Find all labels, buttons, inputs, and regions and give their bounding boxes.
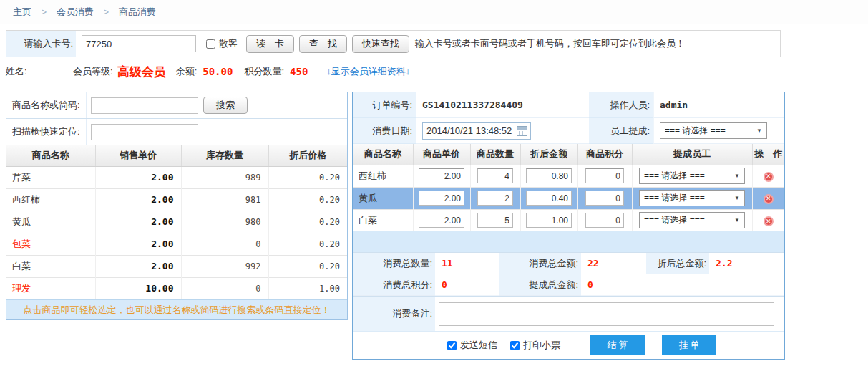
card-number-label: 请输入卡号:: [6, 31, 76, 57]
summary-empty-cell: [646, 274, 784, 296]
item-price-input[interactable]: [419, 191, 464, 206]
print-receipt-checkbox[interactable]: [510, 341, 520, 350]
order-item-cell: [413, 165, 470, 187]
product-table: 商品名称销售单价库存数量折后价格 芹菜2.009890.20西红柿2.00981…: [6, 145, 347, 299]
product-search-button[interactable]: 搜索: [203, 97, 248, 114]
order-item-row[interactable]: 白菜=== 请选择 ===▼✕: [353, 209, 784, 231]
hold-order-button[interactable]: 挂单: [662, 335, 716, 355]
send-sms-checkbox[interactable]: [447, 341, 457, 350]
order-items-table: 商品名称商品单价商品数量折后金额商品积分提成员工操 作 西红柿=== 请选择 =…: [353, 144, 784, 231]
total-points-value: 0: [435, 274, 499, 296]
order-number-value: GS1410211337284409: [416, 92, 589, 118]
order-item-cell: ✕: [752, 187, 784, 209]
product-row[interactable]: 包菜2.0000.20: [6, 233, 347, 255]
product-cell: 黄瓜: [6, 211, 95, 233]
item-amount-input[interactable]: [526, 191, 572, 206]
product-cell: 2.00: [95, 211, 181, 233]
spacer-band: [353, 231, 784, 252]
breadcrumb-product-consume[interactable]: 商品消费: [119, 6, 156, 19]
product-row[interactable]: 西红柿2.009810.20: [6, 188, 347, 211]
order-column-header: 商品积分: [577, 144, 632, 165]
scan-locate-input[interactable]: [91, 124, 198, 140]
product-search-input[interactable]: [91, 97, 198, 114]
staff-commission-select-value: === 请选择 ===: [665, 125, 726, 137]
total-points-label: 消费总积分:: [353, 274, 435, 296]
product-cell: 芹菜: [6, 166, 95, 188]
product-row[interactable]: 芹菜2.009890.20: [6, 166, 347, 188]
breadcrumb-separator-icon: >: [104, 7, 109, 17]
delete-item-icon[interactable]: ✕: [764, 172, 774, 182]
item-points-input[interactable]: [585, 213, 624, 228]
product-row[interactable]: 理发10.0001.00: [6, 277, 347, 299]
order-item-cell: [577, 187, 632, 209]
chevron-down-icon: ▼: [756, 127, 762, 134]
item-price-input[interactable]: [419, 168, 464, 183]
item-amount-input[interactable]: [526, 168, 572, 183]
product-row[interactable]: 黄瓜2.009800.20: [6, 211, 347, 233]
order-item-name: 西红柿: [353, 165, 413, 187]
item-qty-input[interactable]: [477, 213, 513, 228]
order-item-name: 黄瓜: [353, 187, 413, 209]
product-tip-text: 点击商品即可轻松选定，也可以通过名称或简码进行搜索或条码直接定位！: [6, 299, 347, 319]
operator-label: 操作人员:: [589, 92, 653, 118]
read-card-button[interactable]: 读 卡: [246, 35, 294, 53]
member-info-bar: 姓名: 会员等级: 高级会员 余额: 50.00 积分数量: 450 ↓显示会员…: [6, 62, 782, 82]
guest-label: 散客: [219, 37, 238, 50]
item-staff-select[interactable]: === 请选择 ===▼: [639, 212, 745, 228]
order-panel: 订单编号: GS1410211337284409 操作人员: admin 消费日…: [352, 92, 785, 360]
delete-item-icon[interactable]: ✕: [764, 194, 774, 204]
order-item-name: 白菜: [353, 209, 413, 231]
guest-checkbox[interactable]: [206, 39, 215, 49]
order-item-row[interactable]: 黄瓜=== 请选择 ===▼✕: [353, 187, 784, 209]
total-commission-label: 提成总金额:: [499, 274, 581, 296]
staff-commission-select[interactable]: === 请选择 === ▼: [660, 122, 767, 139]
order-item-row[interactable]: 西红柿=== 请选择 ===▼✕: [353, 165, 784, 187]
member-detail-link[interactable]: ↓显示会员详细资料↓: [326, 65, 410, 78]
product-table-header: 商品名称销售单价库存数量折后价格: [6, 145, 347, 166]
scan-locate-row: 扫描枪快速定位:: [6, 119, 347, 145]
product-row[interactable]: 白菜2.009920.20: [6, 255, 347, 277]
item-points-input[interactable]: [585, 168, 624, 183]
total-discount-label: 折后总金额:: [646, 253, 709, 274]
product-cell: 0.20: [268, 211, 347, 233]
staff-commission-label: 员工提成:: [589, 118, 653, 144]
product-cell: 992: [181, 255, 268, 277]
product-cell: 2.00: [95, 233, 181, 255]
product-column-header: 销售单价: [95, 145, 181, 166]
quick-find-button[interactable]: 快速查找: [352, 35, 409, 53]
breadcrumb-home[interactable]: 主页: [13, 6, 31, 19]
total-amount-value: 22: [581, 253, 646, 274]
scan-locate-label: 扫描枪快速定位:: [6, 119, 87, 145]
balance-value: 50.00: [203, 66, 233, 77]
action-row: 发送短信 打印小票 结算 挂单: [353, 331, 784, 359]
member-name-label: 姓名:: [6, 65, 49, 78]
consume-date-input[interactable]: [422, 122, 531, 140]
product-cell: 0: [181, 233, 268, 255]
chevron-down-icon: ▼: [734, 195, 740, 201]
order-item-cell: [470, 165, 520, 187]
delete-item-icon[interactable]: ✕: [764, 216, 774, 226]
breadcrumb-separator-icon: >: [42, 7, 47, 17]
item-staff-select[interactable]: === 请选择 ===▼: [639, 190, 745, 206]
product-cell: 989: [181, 166, 268, 188]
find-button[interactable]: 查 找: [299, 35, 347, 53]
product-cell: 2.00: [95, 255, 181, 277]
breadcrumb: 主页 > 会员消费 > 商品消费: [0, 0, 868, 24]
settle-button[interactable]: 结算: [590, 335, 645, 355]
total-amount-label: 消费总金额:: [499, 253, 581, 274]
item-price-input[interactable]: [419, 213, 464, 228]
item-amount-input[interactable]: [526, 213, 572, 228]
item-staff-select[interactable]: === 请选择 ===▼: [639, 168, 745, 184]
item-qty-input[interactable]: [477, 191, 513, 206]
item-points-input[interactable]: [585, 191, 624, 206]
points-value: 450: [290, 66, 308, 77]
calendar-icon[interactable]: [517, 126, 527, 136]
product-cell: 西红柿: [6, 188, 95, 211]
item-qty-input[interactable]: [477, 168, 513, 183]
card-number-input[interactable]: [82, 35, 196, 52]
remark-input[interactable]: [439, 302, 774, 326]
product-cell: 0.20: [268, 188, 347, 211]
product-cell: 1.00: [268, 277, 347, 299]
breadcrumb-member-consume[interactable]: 会员消费: [57, 6, 94, 19]
remark-row: 消费备注:: [353, 296, 784, 331]
